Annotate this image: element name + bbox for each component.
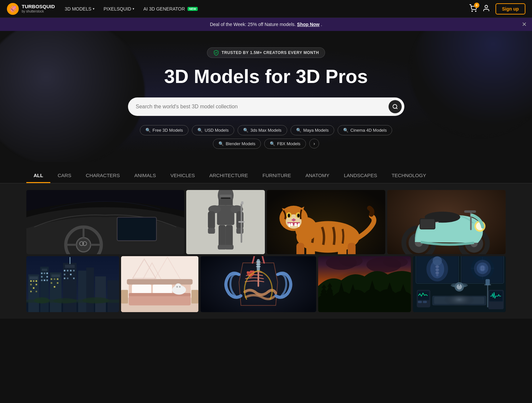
svg-rect-35 xyxy=(238,221,244,223)
search-input[interactable] xyxy=(136,104,389,110)
svg-point-9 xyxy=(76,238,90,252)
svg-rect-84 xyxy=(42,269,47,271)
svg-rect-141 xyxy=(258,270,259,287)
svg-point-134 xyxy=(175,283,182,290)
svg-point-49 xyxy=(288,214,290,218)
quick-links-next-arrow[interactable]: › xyxy=(309,139,319,148)
quick-link-blender[interactable]: 🔍 Blender Models xyxy=(213,139,261,149)
svg-rect-74 xyxy=(29,276,38,279)
svg-rect-138 xyxy=(191,290,198,303)
tab-landscapes[interactable]: LANDSCAPES xyxy=(337,169,384,183)
hero-content: TRUSTED BY 1.5M+ CREATORS EVERY MONTH 3D… xyxy=(118,47,414,149)
tab-characters[interactable]: CHARACTERS xyxy=(79,169,127,183)
search-icon-small: 🔍 xyxy=(343,128,348,133)
navbar-right: 0 Sign up xyxy=(469,3,525,14)
svg-rect-34 xyxy=(241,203,242,243)
shield-icon xyxy=(213,50,219,56)
svg-rect-111 xyxy=(73,278,75,279)
nav-3d-models[interactable]: 3D MODELS ▾ xyxy=(62,4,98,13)
tab-anatomy[interactable]: ANATOMY xyxy=(298,169,337,183)
svg-rect-137 xyxy=(121,290,128,303)
svg-rect-53 xyxy=(289,223,290,227)
svg-rect-98 xyxy=(51,282,52,284)
svg-rect-116 xyxy=(70,257,70,264)
svg-text:🦑: 🦑 xyxy=(9,5,17,13)
svg-point-3 xyxy=(475,11,476,12)
gallery-row-2 xyxy=(26,256,506,312)
quick-link-free[interactable]: 🔍 Free 3D Models xyxy=(140,125,189,135)
tab-vehicles[interactable]: VEHICLES xyxy=(163,169,202,183)
gallery-item-car-interior[interactable] xyxy=(26,190,184,254)
svg-rect-66 xyxy=(470,210,472,230)
svg-rect-102 xyxy=(65,265,74,268)
svg-rect-51 xyxy=(291,223,293,226)
svg-rect-132 xyxy=(127,279,193,284)
search-icon-small: 🔍 xyxy=(243,128,248,133)
quick-link-fbx[interactable]: 🔍 FBX Models xyxy=(264,139,306,149)
cart-button[interactable]: 0 xyxy=(469,4,477,13)
svg-rect-193 xyxy=(418,301,422,303)
user-account-button[interactable] xyxy=(482,4,490,13)
svg-point-5 xyxy=(393,104,397,108)
svg-point-50 xyxy=(297,214,300,218)
svg-rect-176 xyxy=(435,266,439,268)
tab-architecture[interactable]: ARCHITECTURE xyxy=(202,169,255,183)
svg-rect-90 xyxy=(41,280,43,281)
svg-rect-143 xyxy=(256,261,261,262)
search-button[interactable] xyxy=(389,100,402,113)
svg-rect-94 xyxy=(51,274,60,277)
gallery-item-knight[interactable] xyxy=(186,190,265,254)
svg-rect-91 xyxy=(44,280,45,281)
svg-rect-43 xyxy=(348,243,356,254)
chevron-down-icon: ▾ xyxy=(93,7,94,11)
search-icon xyxy=(392,104,398,110)
svg-rect-114 xyxy=(95,276,106,312)
quick-link-usd[interactable]: 🔍 USD Models xyxy=(192,125,234,135)
announcement-close-button[interactable]: ✕ xyxy=(522,21,527,27)
svg-rect-85 xyxy=(41,273,43,274)
gallery-section xyxy=(0,183,532,319)
logo-link[interactable]: 🦑 TURBOSQUID by shutterstock xyxy=(7,3,55,15)
svg-rect-40 xyxy=(306,245,315,254)
svg-rect-87 xyxy=(46,273,48,274)
svg-rect-89 xyxy=(46,276,48,278)
nav-ai-generator[interactable]: AI 3D GENERATOR NEW xyxy=(140,4,201,13)
tab-all[interactable]: ALL xyxy=(26,169,50,183)
svg-rect-106 xyxy=(73,270,75,271)
gallery-item-anatomy[interactable] xyxy=(200,256,316,312)
svg-rect-197 xyxy=(486,279,490,285)
quick-link-maya[interactable]: 🔍 Maya Models xyxy=(291,125,334,135)
svg-rect-76 xyxy=(33,280,35,282)
gallery-item-bedroom[interactable] xyxy=(121,256,198,312)
gallery-item-scooter[interactable] xyxy=(387,190,506,254)
svg-rect-144 xyxy=(256,264,261,265)
gallery-item-medical[interactable] xyxy=(413,256,506,312)
svg-point-4 xyxy=(485,5,488,8)
quick-link-3dsmax[interactable]: 🔍 3ds Max Models xyxy=(238,125,287,135)
signup-button[interactable]: Sign up xyxy=(495,3,525,14)
tab-animals[interactable]: ANIMALS xyxy=(127,169,163,183)
gallery-item-city[interactable] xyxy=(26,256,119,312)
gallery-item-landscape[interactable] xyxy=(318,256,411,312)
svg-rect-54 xyxy=(298,223,300,227)
tab-technology[interactable]: TECHNOLOGY xyxy=(384,169,433,183)
svg-rect-110 xyxy=(67,278,68,279)
nav-pixelsquid[interactable]: PIXELSQUID ▾ xyxy=(100,4,138,13)
tab-cars[interactable]: CARS xyxy=(50,169,79,183)
svg-point-17 xyxy=(82,243,84,244)
quick-link-cinema4d[interactable]: 🔍 Cinema 4D Models xyxy=(338,125,393,135)
hero-title: 3D Models for 3D Pros xyxy=(164,66,368,87)
category-tabs: ALL CARS CHARACTERS ANIMALS VEHICLES ARC… xyxy=(26,169,506,183)
gallery-item-tiger[interactable] xyxy=(267,190,385,254)
tab-furniture[interactable]: FURNITURE xyxy=(255,169,298,183)
svg-point-120 xyxy=(82,297,109,304)
svg-rect-113 xyxy=(86,267,94,312)
svg-rect-78 xyxy=(30,284,32,285)
quick-links: 🔍 Free 3D Models 🔍 USD Models 🔍 3ds Max … xyxy=(118,125,414,149)
svg-rect-128 xyxy=(132,284,151,295)
svg-point-152 xyxy=(383,256,408,267)
svg-rect-33 xyxy=(225,245,233,249)
svg-rect-95 xyxy=(51,278,52,280)
turbosquid-logo-icon: 🦑 xyxy=(7,3,19,15)
announcement-link[interactable]: Shop Now xyxy=(297,22,319,27)
